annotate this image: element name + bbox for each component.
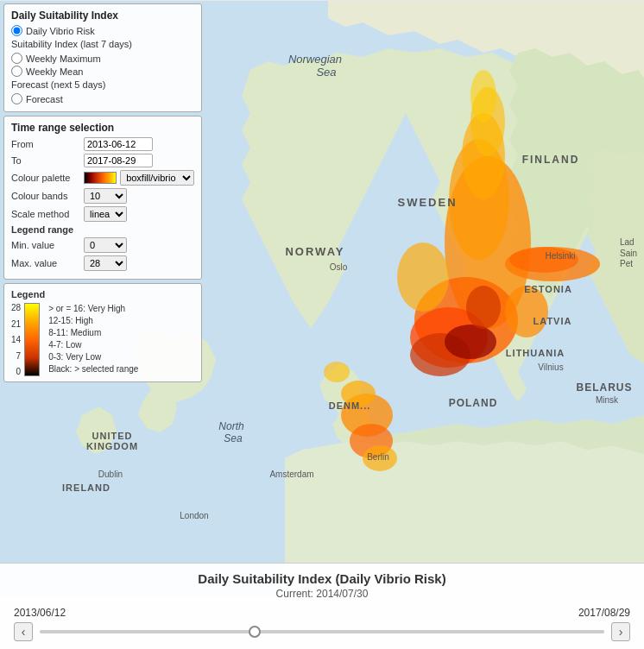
radio-daily-row[interactable]: Daily Vibrio Risk: [11, 25, 194, 36]
current-label: Current:: [276, 588, 313, 600]
timeline-slider[interactable]: [40, 630, 604, 633]
timeline-prev-button[interactable]: ‹: [14, 622, 33, 641]
max-select[interactable]: 28 20 15: [84, 255, 127, 271]
svg-text:Dublin: Dublin: [98, 469, 123, 479]
svg-text:Lad: Lad: [620, 237, 635, 247]
legend-val-14: 14: [11, 335, 21, 344]
svg-text:Helsinki: Helsinki: [545, 251, 575, 261]
timeline-date-from: 2013/06/12: [14, 607, 66, 619]
svg-text:Berlin: Berlin: [367, 452, 389, 462]
min-label: Min. value: [11, 240, 80, 250]
legend-item-6: Black: > selected range: [48, 363, 138, 375]
radio-weekly-max[interactable]: [11, 53, 22, 64]
legend-val-0: 0: [11, 367, 21, 376]
svg-text:LATVIA: LATVIA: [534, 316, 572, 326]
legend-title: Legend: [11, 289, 194, 299]
svg-text:Sea: Sea: [224, 432, 243, 444]
svg-text:Norwegian: Norwegian: [288, 53, 342, 66]
legend-item-4: 4-7: Low: [48, 339, 138, 351]
svg-text:London: London: [180, 511, 208, 520]
svg-point-15: [397, 243, 449, 312]
svg-text:Vilnius: Vilnius: [538, 362, 563, 372]
radio-daily-vibrio[interactable]: [11, 25, 22, 36]
legend-val-21: 21: [11, 319, 21, 329]
bands-row: Colour bands 10 5 15 20: [11, 188, 194, 204]
palette-select[interactable]: boxfill/vibrio: [120, 170, 194, 186]
legend-bar-section: 28 21 14 7 0: [11, 303, 40, 376]
panel-suitability-title: Suitability Index (last 7 days): [11, 39, 194, 49]
legend-value-labels: 28 21 14 7 0: [11, 303, 22, 376]
timeline-slider-thumb[interactable]: [249, 626, 261, 638]
radio-weekly-mean[interactable]: [11, 66, 22, 77]
timeline-current: Current: 2014/07/30: [276, 588, 369, 600]
svg-text:Oslo: Oslo: [330, 262, 348, 272]
svg-point-17: [466, 286, 501, 329]
radio-weekly-max-row[interactable]: Weekly Maximum: [11, 53, 194, 64]
svg-text:LITHUANIA: LITHUANIA: [506, 348, 565, 358]
svg-text:North: North: [218, 420, 244, 432]
svg-text:IRELAND: IRELAND: [62, 482, 110, 493]
radio-weekly-mean-label: Weekly Mean: [26, 66, 83, 77]
scale-select[interactable]: linear log: [84, 206, 127, 222]
to-label: To: [11, 155, 80, 166]
bands-select[interactable]: 10 5 15 20: [84, 188, 127, 204]
svg-text:KINGDOM: KINGDOM: [86, 441, 138, 451]
timeline-panel: Daily Suitability Index (Daily Vibrio Ri…: [0, 563, 644, 649]
legend-item-5: 0-3: Very Low: [48, 351, 138, 363]
svg-text:Sea: Sea: [316, 66, 336, 79]
legend-val-7: 7: [11, 351, 21, 361]
svg-point-19: [324, 362, 350, 382]
left-panel: Daily Suitability Index Daily Vibrio Ris…: [3, 3, 202, 382]
radio-forecast[interactable]: [11, 93, 22, 104]
legend-content: 28 21 14 7 0 > or = 16: Very High 12-15:…: [11, 303, 194, 376]
svg-text:POLAND: POLAND: [449, 397, 498, 409]
timeline-next-button[interactable]: ›: [611, 622, 630, 641]
svg-text:DENM...: DENM...: [329, 400, 371, 411]
timeline-title: Daily Suitability Index (Daily Vibrio Ri…: [198, 571, 445, 586]
panel-time-title: Time range selection: [11, 122, 194, 134]
from-label: From: [11, 139, 80, 149]
legend-item-1: > or = 16: Very High: [48, 303, 138, 315]
svg-text:Minsk: Minsk: [596, 395, 619, 405]
radio-forecast-row[interactable]: Forecast: [11, 93, 194, 104]
palette-row: Colour palette boxfill/vibrio: [11, 170, 194, 186]
scale-label: Scale method: [11, 209, 80, 219]
max-label: Max. value: [11, 258, 80, 268]
timeline-slider-track: [40, 630, 604, 633]
panel-forecast-title: Forecast (next 5 days): [11, 79, 194, 90]
panel-index-title: Daily Suitability Index: [11, 9, 194, 22]
radio-weekly-mean-row[interactable]: Weekly Mean: [11, 66, 194, 77]
svg-text:Pet: Pet: [620, 259, 633, 268]
min-select[interactable]: 0 5 10: [84, 237, 127, 253]
legend-text-items: > or = 16: Very High 12-15: High 8-11: M…: [48, 303, 138, 375]
legend-gradient-bar: [24, 303, 40, 376]
legend-val-28: 28: [11, 303, 21, 312]
current-date: 2014/07/30: [316, 588, 368, 600]
max-row: Max. value 28 20 15: [11, 255, 194, 271]
radio-daily-label: Daily Vibrio Risk: [26, 26, 95, 36]
to-input[interactable]: [84, 154, 153, 167]
from-row: From: [11, 137, 194, 151]
legend-item-2: 12-15: High: [48, 315, 138, 327]
legend-box: Legend 28 21 14 7 0 > or = 16: Very High…: [3, 283, 202, 382]
svg-point-16: [445, 324, 496, 359]
index-selection-box: Daily Suitability Index Daily Vibrio Ris…: [3, 3, 202, 112]
from-input[interactable]: [84, 137, 153, 151]
timeline-dates-row: 2013/06/12 2017/08/29: [14, 607, 630, 619]
palette-preview: [84, 172, 117, 184]
time-range-box: Time range selection From To Colour pale…: [3, 116, 202, 280]
svg-text:NORWAY: NORWAY: [285, 245, 344, 258]
legend-range-title: Legend range: [11, 224, 194, 235]
scale-row: Scale method linear log: [11, 206, 194, 222]
to-row: To: [11, 154, 194, 167]
svg-text:ESTONIA: ESTONIA: [524, 284, 572, 294]
bands-label: Colour bands: [11, 191, 80, 201]
min-row: Min. value 0 5 10: [11, 237, 194, 253]
palette-label: Colour palette: [11, 173, 80, 183]
svg-point-18: [470, 70, 496, 122]
svg-text:SWEDEN: SWEDEN: [397, 196, 457, 209]
legend-bar-with-labels: 28 21 14 7 0: [11, 303, 40, 376]
svg-text:Sain: Sain: [620, 249, 637, 258]
svg-text:FINLAND: FINLAND: [522, 154, 580, 166]
legend-item-3: 8-11: Medium: [48, 327, 138, 339]
